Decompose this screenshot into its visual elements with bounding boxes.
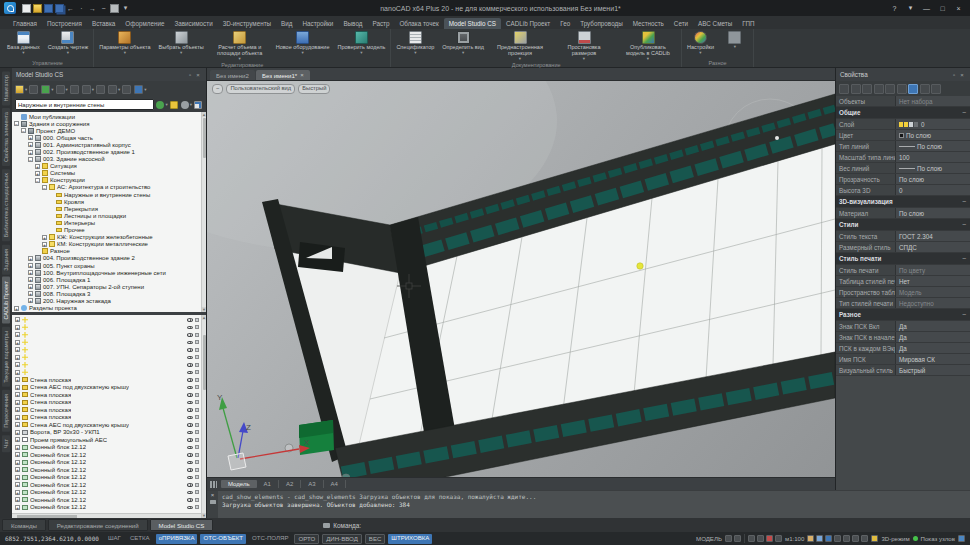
ribbon-button[interactable]: Проверить модель▾	[333, 29, 389, 61]
properties-toolbar-icon[interactable]	[931, 84, 941, 94]
row-expander[interactable]: +	[15, 505, 20, 510]
row-expander[interactable]: +	[15, 467, 20, 472]
object-row[interactable]: + Оконный блок 12.12	[12, 481, 200, 489]
visibility-eye-icon[interactable]	[187, 378, 193, 382]
status-icon[interactable]	[852, 535, 859, 542]
tree-expander[interactable]: +	[28, 284, 33, 289]
edit-icon[interactable]	[195, 348, 199, 352]
tree-item[interactable]: + 200. Наружная эстакада	[12, 297, 200, 304]
ribbon-tab[interactable]: Растр	[367, 18, 394, 29]
row-expander[interactable]: +	[15, 392, 20, 397]
dock-tab[interactable]: Библиотека стандартных	[2, 169, 10, 241]
tree-item[interactable]: − Конструкции	[12, 177, 200, 184]
property-row[interactable]: Стиль печати −	[836, 253, 970, 265]
visibility-eye-icon[interactable]	[187, 431, 193, 435]
dock-tab[interactable]: Навигатор	[2, 71, 10, 105]
edit-icon[interactable]	[195, 415, 199, 419]
properties-toolbar-icon[interactable]	[897, 84, 907, 94]
ribbon-button[interactable]: Параметры объекта▾	[95, 29, 154, 61]
status-icon[interactable]	[725, 535, 732, 542]
visibility-eye-icon[interactable]	[187, 491, 193, 495]
property-row[interactable]: Стиль текста ГОСТ 2.304 −	[836, 231, 970, 242]
row-expander[interactable]: +	[15, 422, 20, 427]
tree-expander[interactable]: +	[14, 306, 19, 311]
edit-icon[interactable]	[195, 423, 199, 427]
quick-access-icon[interactable]: −	[99, 4, 108, 13]
ribbon-button[interactable]: Преднастроенная проекция▾	[488, 29, 552, 61]
edit-icon[interactable]	[195, 453, 199, 457]
search-option-icon[interactable]	[170, 100, 179, 109]
object-row[interactable]: + Оконный блок 12.12	[12, 451, 200, 459]
property-row[interactable]: Стили −	[836, 219, 970, 231]
ribbon-tab[interactable]: Построения	[42, 18, 87, 29]
visibility-eye-icon[interactable]	[187, 363, 193, 367]
properties-toolbar-icon[interactable]	[908, 84, 918, 94]
tree-expander[interactable]: +	[28, 142, 33, 147]
tree-expander[interactable]: −	[35, 178, 40, 183]
status-icon[interactable]	[748, 535, 755, 542]
object-row[interactable]: +	[12, 339, 200, 347]
status-toggle[interactable]: ШТРИХОВКА	[388, 534, 432, 544]
status-icon[interactable]	[766, 535, 773, 542]
row-expander[interactable]: +	[15, 445, 20, 450]
collapse-section-icon[interactable]: −	[962, 311, 970, 318]
row-expander[interactable]: +	[15, 325, 20, 330]
properties-toolbar-icon[interactable]	[920, 84, 930, 94]
object-row[interactable]: + Ворота, ВР 30х30 - УКП1	[12, 429, 200, 437]
status-icon[interactable]	[816, 535, 823, 542]
ribbon-tab[interactable]: ГПП	[737, 18, 759, 29]
close-icon[interactable]: ×	[211, 492, 215, 498]
object-row[interactable]: +	[12, 354, 200, 362]
object-row[interactable]: + Стена плоская	[12, 391, 200, 399]
object-row[interactable]: +	[12, 324, 200, 332]
object-row[interactable]: + Оконный блок 12.12	[12, 496, 200, 504]
panel-toolbar-icon[interactable]: ▾	[134, 85, 146, 94]
tree-expander[interactable]: +	[28, 135, 33, 140]
collapse-section-icon[interactable]: −	[962, 221, 970, 228]
3d-mode-label[interactable]: 3D-режим	[881, 535, 909, 542]
bottom-tab[interactable]: Редактирование соединений	[48, 519, 148, 531]
quick-access-icon[interactable]	[44, 4, 53, 13]
tree-item[interactable]: Перекрытия	[12, 205, 200, 212]
visibility-eye-icon[interactable]	[187, 348, 193, 352]
properties-toolbar-icon[interactable]	[862, 84, 872, 94]
tree-expander[interactable]: +	[28, 256, 33, 261]
object-row[interactable]: + Оконный блок 12.12	[12, 466, 200, 474]
close-icon[interactable]: ×	[194, 72, 202, 78]
tree-item[interactable]: + Ситуация	[12, 163, 200, 170]
ribbon-button[interactable]: База данных▾	[3, 29, 44, 59]
panel-toolbar-icon[interactable]: ▾	[15, 85, 27, 94]
window-button[interactable]: ?	[887, 2, 902, 14]
property-row[interactable]: Визуальный стиль Быстрый −	[836, 365, 970, 376]
layout-grid-icon[interactable]	[210, 481, 217, 488]
property-row[interactable]: Объекты Нет набора −	[836, 96, 970, 107]
ribbon-button[interactable]: Определить вид▾	[438, 29, 488, 61]
ribbon-button[interactable]: Простановка размеров▾	[552, 29, 616, 61]
layout-tab[interactable]: A3	[301, 480, 323, 488]
visibility-eye-icon[interactable]	[187, 401, 193, 405]
panel-toolbar-icon[interactable]	[122, 85, 132, 94]
viewport-view-control[interactable]: Пользовательский вид	[226, 84, 295, 94]
layout-tab[interactable]: A4	[324, 480, 346, 488]
object-row[interactable]: + Стена АЕС под двухскатную крышу	[12, 421, 200, 429]
tree-item[interactable]: + 007. УПН. Сепараторы 2-ой ступени	[12, 283, 200, 290]
property-row[interactable]: Высота 3D 0 −	[836, 185, 970, 196]
quick-access-icon[interactable]: →	[88, 4, 97, 13]
edit-icon[interactable]	[195, 318, 199, 322]
tree-item[interactable]: − 003. Здание насосной	[12, 156, 200, 163]
visibility-eye-icon[interactable]	[187, 341, 193, 345]
drawing-canvas[interactable]: − Пользовательский вид Быстрый	[207, 81, 835, 477]
edit-icon[interactable]	[195, 438, 199, 442]
visibility-eye-icon[interactable]	[187, 506, 193, 510]
tree-expander[interactable]: +	[28, 291, 33, 296]
property-row[interactable]: Тип линий По слою −	[836, 141, 970, 152]
visibility-eye-icon[interactable]	[187, 438, 193, 442]
ribbon-button[interactable]: Расчет объема и площади объекта▾	[208, 29, 272, 61]
tree-item[interactable]: Кровля	[12, 198, 200, 205]
tree-item[interactable]: − АС: Архитектура и строительство	[12, 184, 200, 191]
search-option-icon[interactable]: ▾	[156, 100, 167, 109]
status-icon[interactable]	[807, 535, 814, 542]
tree-item[interactable]: − Проект ДЕМО	[12, 127, 200, 134]
object-row[interactable]: + Стена плоская	[12, 376, 200, 384]
ribbon-button[interactable]: Выбрать объекты▾	[155, 29, 208, 61]
